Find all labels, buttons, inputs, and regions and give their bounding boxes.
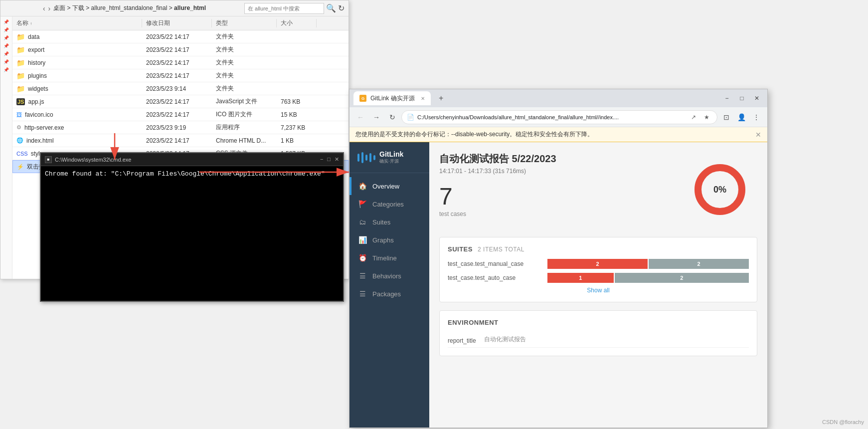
suites-card-title: SUITES 2 items total [448,245,749,253]
test-label: test cases [439,211,556,217]
file-name: app.js [28,98,44,105]
tab-label: GitLink 确实开源 [370,94,415,103]
nav-behaviors-label: Behaviors [372,272,401,280]
sidebar-item-suites[interactable]: 🗂 Suites [349,213,429,231]
report-meta: 自动化测试报告 5/22/2023 14:17:01 - 14:17:33 (3… [439,152,556,217]
environment-card: ENVIRONMENT report_title 自动化测试报告 [439,310,757,356]
file-type: ICO 图片文件 [212,110,277,119]
file-icon: ⚡ [17,164,24,170]
sidebar-item-overview[interactable]: 🏠 Overview [349,177,429,195]
cmd-maximize[interactable]: □ [327,156,331,163]
table-row[interactable]: 📁 export 2023/5/22 14:17 文件夹 [12,43,348,56]
file-type: 文件夹 [212,71,277,80]
table-row[interactable]: 📁 widgets 2023/5/23 9:14 文件夹 [12,82,348,95]
nav-timeline-icon: ⏰ [357,254,367,262]
list-item[interactable]: test_case.test_auto_case 1 2 [448,273,749,283]
profile-btn[interactable]: 👤 [734,110,748,124]
file-modified: 2023/5/23 9:19 [142,124,212,131]
nav-back-button[interactable]: ← [353,110,367,124]
sidebar-item-graphs[interactable]: 📊 Graphs [349,231,429,249]
browser-tab[interactable]: G GitLink 确实开源 ✕ [353,91,431,105]
cmd-content: Chrome found at: "C:\Program Files\Googl… [41,166,343,301]
failed-bar: 1 [547,273,614,283]
nav-overview-icon: 🏠 [357,182,367,190]
sidebar-item-behaviors[interactable]: ☰ Behaviors [349,267,429,285]
table-row[interactable]: 📁 data 2023/5/22 14:17 文件夹 [12,30,348,43]
donut-label: 0% [713,185,726,195]
tab-close-btn[interactable]: ✕ [421,96,425,101]
pin-1: 📌 [3,18,10,25]
skipped-bar: 2 [615,273,749,283]
env-label: report_title [448,337,476,344]
browser-window: G GitLink 确实开源 ✕ + − □ ✕ ← → ↻ 📄 C:/User… [349,89,768,428]
sidebar-item-packages[interactable]: ☰ Packages [349,285,429,303]
nav-forward-btn[interactable]: › [48,4,51,12]
allure-main: 自动化测试报告 5/22/2023 14:17:01 - 14:17:33 (3… [429,142,767,428]
file-icon: JS [16,98,25,105]
menu-btn[interactable]: ⋮ [749,110,763,124]
cmd-window: ■ C:\Windows\system32\cmd.exe − □ ✕ Chro… [40,152,344,302]
address-actions: ↗ ★ [688,112,712,123]
file-icon: 📁 [16,72,25,80]
cmd-titlebar: ■ C:\Windows\system32\cmd.exe − □ ✕ [41,153,343,166]
secure-icon: 📄 [407,114,414,121]
file-type: 应用程序 [212,123,277,132]
sidebar-item-categories[interactable]: 🚩 Categories [349,195,429,213]
nav-categories-icon: 🚩 [357,200,367,208]
file-size: 7,237 KB [277,124,317,131]
file-name: index.html [26,137,54,144]
sidebar-item-timeline[interactable]: ⏰ Timeline [349,249,429,267]
table-row[interactable]: 📁 plugins 2023/5/22 14:17 文件夹 [12,69,348,82]
win-controls: − □ ✕ [720,93,763,103]
share-icon[interactable]: ↗ [688,112,699,123]
bookmark-icon[interactable]: ★ [701,112,712,123]
refresh-icon[interactable]: ↻ [338,3,345,13]
allure-nav: 🏠 Overview 🚩 Categories 🗂 Suites 📊 Graph… [349,173,429,307]
table-row[interactable]: 🖼 favicon.ico 2023/5/22 14:17 ICO 图片文件 1… [12,108,348,121]
browser-navbar: ← → ↻ 📄 C:/Users/chenyinhua/Downloads/al… [349,107,767,127]
file-modified: 2023/5/22 14:17 [142,33,212,40]
nav-refresh-button[interactable]: ↻ [385,110,399,124]
table-row[interactable]: 🌐 index.html 2023/5/22 14:17 Chrome HTML… [12,134,348,147]
file-icon: 🌐 [16,137,23,144]
explorer-titlebar: ‹ › 桌面 > 下载 > allure_html_standalone_fin… [0,0,348,16]
show-all-btn[interactable]: Show all [448,287,749,294]
new-tab-btn[interactable]: + [435,92,448,105]
list-item[interactable]: test_case.test_manual_case 2 2 [448,259,749,269]
nav-back-btn[interactable]: ‹ [43,4,45,12]
pin-3: 📌 [3,34,10,41]
table-row[interactable]: JS app.js 2023/5/22 14:17 JavaScript 文件 … [12,95,348,108]
address-bar[interactable]: 📄 C:/Users/chenyinhua/Downloads/allure_h… [401,110,717,124]
cmd-icon: ■ [45,156,52,163]
nav-categories-label: Categories [372,201,404,208]
browser-close-btn[interactable]: ✕ [750,93,763,103]
nav-forward-button[interactable]: → [369,110,383,124]
suite-bar: 1 2 [547,273,749,283]
table-row[interactable]: ⚙ http-server.exe 2023/5/23 9:19 应用程序 7,… [12,121,348,134]
env-value: 自动化测试报告 [484,335,526,344]
report-title: 自动化测试报告 5/22/2023 [439,152,556,166]
col-size: 大小 [277,19,317,27]
browser-maximize-btn[interactable]: □ [735,93,748,103]
donut-chart: 0% [693,162,747,217]
file-modified: 2023/5/23 9:14 [142,85,212,92]
logo-bar-3 [365,155,367,161]
logo-bar-4 [369,153,371,162]
extensions-btn[interactable]: ⊡ [719,110,733,124]
report-time: 14:17:01 - 14:17:33 (31s 716ms) [439,168,556,175]
cmd-minimize[interactable]: − [320,156,323,163]
file-size: 763 KB [277,98,317,105]
file-name: favicon.ico [25,111,53,118]
skipped-bar: 2 [649,259,749,269]
env-card-title: ENVIRONMENT [448,319,749,326]
file-type: 文件夹 [212,32,277,41]
pin-5: 📌 [3,50,10,57]
search-input[interactable] [244,3,324,14]
cmd-close[interactable]: ✕ [335,156,339,163]
suites-card: SUITES 2 items total test_case.test_manu… [439,237,757,302]
test-count-area: 7 test cases [439,185,556,217]
table-row[interactable]: 📁 history 2023/5/22 14:17 文件夹 [12,56,348,69]
browser-minimize-btn[interactable]: − [720,93,733,103]
warning-close-btn[interactable]: ✕ [755,131,761,139]
search-icon[interactable]: 🔍 [326,3,336,13]
